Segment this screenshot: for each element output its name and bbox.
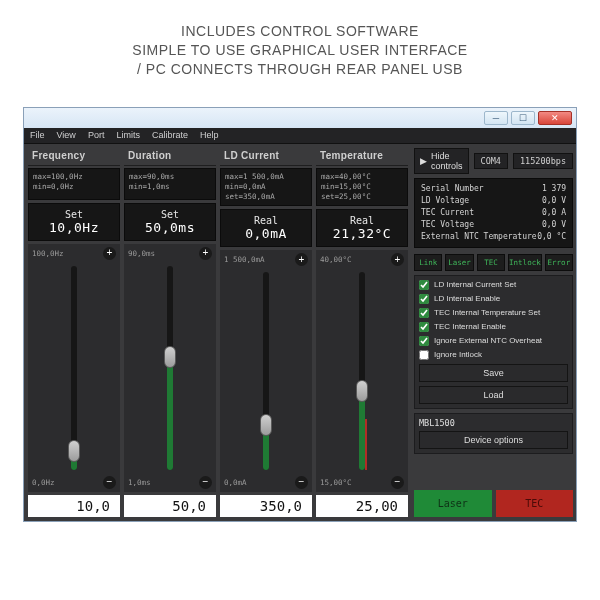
temperature-readout: Real 21,32°C	[316, 209, 408, 247]
temperature-info: max=40,00°C min=15,00°C set=25,00°C	[316, 168, 408, 206]
temperature-real-indicator	[365, 419, 367, 469]
indicator-row: Link Laser TEC Intlock Error	[414, 254, 573, 271]
chk-tec-enable[interactable]: TEC Internal Enable	[419, 322, 568, 332]
ld-current-readout: Real 0,0mA	[220, 209, 312, 247]
com-port-label[interactable]: COM4	[474, 153, 508, 169]
heading-line-2: SIMPLE TO USE GRAPHICAL USER INTERFACE	[0, 41, 600, 60]
duration-slider[interactable]	[128, 264, 212, 472]
laser-toggle-button[interactable]: Laser	[414, 490, 492, 517]
load-button[interactable]: Load	[419, 386, 568, 404]
frequency-min-label: 0,0Hz	[32, 478, 55, 487]
duration-info: max=90,0ms min=1,0ms	[124, 168, 216, 200]
page-heading: INCLUDES CONTROL SOFTWARE SIMPLE TO USE …	[0, 22, 600, 79]
ld-current-info: max=1 500,0mA min=0,0mA set=350,0mA	[220, 168, 312, 206]
ld-current-max-label: 1 500,0mA	[224, 255, 265, 264]
duration-max-label: 90,0ms	[128, 249, 155, 258]
indicator-link: Link	[414, 254, 442, 271]
checkbox-group: LD Internal Current Set LD Internal Enab…	[414, 275, 573, 409]
frequency-title: Frequency	[28, 148, 120, 163]
duration-title: Duration	[124, 148, 216, 163]
panel-ld-current: LD Current max=1 500,0mA min=0,0mA set=3…	[220, 148, 312, 517]
indicator-tec: TEC	[477, 254, 505, 271]
panel-duration: Duration max=90,0ms min=1,0ms Set 50,0ms…	[124, 148, 216, 517]
menu-limits[interactable]: Limits	[116, 130, 140, 140]
heading-line-3: / PC CONNECTS THROUGH REAR PANEL USB	[0, 60, 600, 79]
temperature-title: Temperature	[316, 148, 408, 163]
ld-current-title: LD Current	[220, 148, 312, 163]
temperature-min-label: 15,00°C	[320, 478, 352, 487]
frequency-slider[interactable]	[32, 264, 116, 472]
menu-bar: File View Port Limits Calibrate Help	[24, 128, 576, 144]
menu-view[interactable]: View	[57, 130, 76, 140]
close-button[interactable]: ✕	[538, 111, 572, 125]
menu-file[interactable]: File	[30, 130, 45, 140]
chk-ignore-intlock[interactable]: Ignore Intlock	[419, 350, 568, 360]
title-bar: ─ ☐ ✕	[24, 108, 576, 128]
ld-current-min-label: 0,0mA	[224, 478, 247, 487]
heading-line-1: INCLUDES CONTROL SOFTWARE	[0, 22, 600, 41]
chk-ld-enable[interactable]: LD Internal Enable	[419, 294, 568, 304]
panel-temperature: Temperature max=40,00°C min=15,00°C set=…	[316, 148, 408, 517]
ld-current-plus-button[interactable]: +	[295, 253, 308, 266]
chk-tec-temp-set[interactable]: TEC Internal Temperature Set	[419, 308, 568, 318]
duration-value-input[interactable]: 50,0	[124, 495, 216, 517]
ld-current-minus-button[interactable]: −	[295, 476, 308, 489]
temperature-plus-button[interactable]: +	[391, 253, 404, 266]
maximize-button[interactable]: ☐	[511, 111, 535, 125]
device-box: MBL1500 Device options	[414, 413, 573, 454]
app-window: ─ ☐ ✕ File View Port Limits Calibrate He…	[23, 107, 577, 522]
panel-frequency: Frequency max=100,0Hz min=0,0Hz Set 10,0…	[28, 148, 120, 517]
frequency-info: max=100,0Hz min=0,0Hz	[28, 168, 120, 200]
device-options-button[interactable]: Device options	[419, 431, 568, 449]
chk-ignore-ntc[interactable]: Ignore External NTC Overheat	[419, 336, 568, 346]
save-button[interactable]: Save	[419, 364, 568, 382]
ld-current-value-input[interactable]: 350,0	[220, 495, 312, 517]
duration-plus-button[interactable]: +	[199, 247, 212, 260]
play-icon: ▶	[420, 156, 427, 166]
frequency-minus-button[interactable]: −	[103, 476, 116, 489]
indicator-error: Error	[545, 254, 573, 271]
minimize-button[interactable]: ─	[484, 111, 508, 125]
tec-toggle-button[interactable]: TEC	[496, 490, 574, 517]
device-label: MBL1500	[419, 418, 568, 428]
menu-calibrate[interactable]: Calibrate	[152, 130, 188, 140]
indicator-intlock: Intlock	[508, 254, 542, 271]
right-panel: ▶ Hide controls COM4 115200bps Serial Nu…	[412, 144, 578, 521]
hide-controls-button[interactable]: ▶ Hide controls	[414, 148, 469, 174]
menu-help[interactable]: Help	[200, 130, 219, 140]
indicator-laser: Laser	[445, 254, 473, 271]
frequency-readout: Set 10,0Hz	[28, 203, 120, 241]
frequency-plus-button[interactable]: +	[103, 247, 116, 260]
status-box: Serial Number1 379 LD Voltage0,0 V TEC C…	[414, 178, 573, 248]
duration-minus-button[interactable]: −	[199, 476, 212, 489]
baud-rate-label[interactable]: 115200bps	[513, 153, 573, 169]
frequency-value-input[interactable]: 10,0	[28, 495, 120, 517]
temperature-value-input[interactable]: 25,00	[316, 495, 408, 517]
duration-readout: Set 50,0ms	[124, 203, 216, 241]
chk-ld-current-set[interactable]: LD Internal Current Set	[419, 280, 568, 290]
menu-port[interactable]: Port	[88, 130, 105, 140]
temperature-max-label: 40,00°C	[320, 255, 352, 264]
ld-current-slider[interactable]	[224, 270, 308, 472]
temperature-minus-button[interactable]: −	[391, 476, 404, 489]
frequency-max-label: 100,0Hz	[32, 249, 64, 258]
temperature-slider[interactable]	[320, 270, 404, 472]
duration-min-label: 1,0ms	[128, 478, 151, 487]
